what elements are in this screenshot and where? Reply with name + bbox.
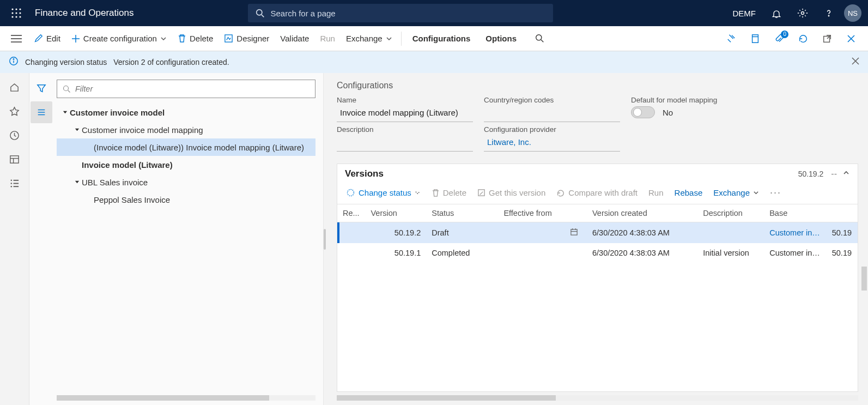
office-addin-icon[interactable]	[746, 29, 764, 48]
col-version[interactable]: Version	[365, 204, 426, 222]
refresh-icon[interactable]	[794, 29, 812, 48]
field-country: Country/region codes	[484, 96, 620, 122]
version-exchange-button[interactable]: Exchange	[709, 186, 763, 200]
tree-label: (Invoice model (Litware)) Invoice model …	[94, 143, 304, 152]
table-cell: 6/30/2020 4:38:03 AM	[587, 222, 697, 244]
svg-rect-46	[478, 190, 484, 196]
refresh-dotted-icon	[346, 188, 355, 197]
field-label: Name	[337, 96, 473, 104]
tree-node[interactable]: Customer invoice model mapping	[57, 121, 315, 138]
toggle-default-mapping[interactable]	[631, 106, 655, 118]
tree-node[interactable]: Customer invoice model	[57, 104, 315, 121]
tree-node[interactable]: UBL Sales invoice	[57, 173, 315, 191]
info-icon	[9, 56, 19, 68]
svg-point-9	[257, 9, 262, 15]
search-input[interactable]	[270, 9, 545, 18]
popout-icon[interactable]	[818, 29, 836, 48]
more-actions-icon[interactable]: ···	[766, 187, 786, 198]
legal-entity[interactable]: DEMF	[727, 9, 762, 18]
table-header-row: Re... Version Status Effective from Vers…	[337, 204, 858, 222]
tree-caret-icon[interactable]	[72, 127, 82, 133]
list-view-icon[interactable]	[31, 101, 52, 123]
change-status-label: Change status	[359, 188, 411, 197]
exchange-button[interactable]: Exchange	[341, 26, 398, 51]
tree-label: Peppol Sales Invoice	[94, 195, 170, 204]
create-config-label: Create configuration	[83, 34, 157, 43]
notifications-icon[interactable]	[766, 2, 787, 24]
recent-icon[interactable]	[2, 123, 27, 147]
svg-rect-37	[14, 179, 19, 180]
svg-point-1	[15, 8, 17, 10]
table-row[interactable]: 50.19.2Draft6/30/2020 4:38:03 AMCustomer…	[337, 222, 858, 244]
pin-icon[interactable]	[722, 29, 740, 48]
command-bar: Edit Create configuration Delete Designe…	[0, 26, 868, 51]
field-value-link[interactable]: Litware, Inc.	[484, 135, 620, 152]
svg-line-44	[68, 90, 70, 92]
field-default-mapping: Default for model mapping No	[631, 96, 762, 122]
svg-point-12	[828, 15, 829, 16]
home-icon[interactable]	[2, 75, 27, 99]
tree-node[interactable]: (Invoice model (Litware)) Invoice model …	[57, 138, 315, 156]
versions-current: 50.19.2	[798, 170, 824, 178]
global-search[interactable]	[248, 4, 553, 22]
tree-filter-input[interactable]	[75, 84, 309, 93]
attachments-icon[interactable]: 0	[770, 29, 788, 48]
svg-point-7	[15, 16, 17, 17]
designer-label: Designer	[236, 34, 269, 43]
change-status-button[interactable]: Change status	[342, 186, 425, 200]
find-button[interactable]	[524, 26, 550, 51]
rebase-button[interactable]: Rebase	[670, 186, 707, 200]
top-right-controls: DEMF NS	[727, 2, 862, 24]
detail-horizontal-scrollbar[interactable]	[337, 395, 858, 401]
app-launcher-icon[interactable]	[7, 3, 26, 23]
table-cell: 50.19.2	[365, 222, 426, 244]
favorites-icon[interactable]	[2, 99, 27, 123]
tree-toolbar	[29, 73, 53, 405]
delete-button[interactable]: Delete	[172, 26, 218, 51]
svg-point-5	[19, 12, 21, 14]
table-cell	[697, 222, 764, 244]
nav-toggle-icon[interactable]	[4, 26, 28, 51]
version-run-label: Run	[648, 188, 664, 197]
create-configuration-button[interactable]: Create configuration	[66, 26, 172, 51]
workspaces-icon[interactable]	[2, 147, 27, 171]
col-description[interactable]: Description	[697, 204, 764, 222]
calendar-icon[interactable]	[570, 228, 578, 238]
table-row[interactable]: 50.19.1Completed6/30/2020 4:38:03 AMInit…	[337, 243, 858, 263]
edit-button[interactable]: Edit	[28, 26, 66, 51]
tree-node[interactable]: Invoice model (Litware)	[57, 156, 315, 173]
detail-vertical-scrollbar[interactable]	[861, 267, 867, 291]
field-value[interactable]	[484, 106, 620, 122]
tree-caret-icon[interactable]	[60, 110, 70, 116]
tree-filter[interactable]	[57, 80, 315, 98]
col-status[interactable]: Status	[426, 204, 498, 222]
tree-label: Customer invoice model mapping	[82, 125, 203, 135]
modules-icon[interactable]	[2, 171, 27, 195]
col-effective[interactable]: Effective from	[498, 204, 587, 222]
tree-caret-icon[interactable]	[72, 179, 82, 185]
tree-horizontal-scrollbar[interactable]	[57, 395, 315, 401]
info-close-icon[interactable]	[852, 57, 859, 67]
collapse-icon[interactable]	[842, 169, 850, 179]
table-cell	[498, 243, 587, 263]
field-value[interactable]: Invoice model mapping (Litware)	[337, 106, 473, 122]
close-icon[interactable]	[842, 29, 860, 48]
svg-rect-31	[10, 155, 19, 162]
tab-configurations[interactable]: Configurations	[405, 34, 478, 43]
delete-label: Delete	[190, 34, 213, 43]
user-avatar[interactable]: NS	[844, 4, 861, 22]
field-value[interactable]	[337, 135, 473, 152]
col-created[interactable]: Version created	[587, 204, 697, 222]
validate-button[interactable]: Validate	[275, 26, 314, 51]
tab-options[interactable]: Options	[478, 34, 524, 43]
designer-icon	[224, 34, 233, 43]
designer-button[interactable]: Designer	[218, 26, 275, 51]
filter-icon[interactable]	[31, 77, 52, 99]
col-base[interactable]: Base	[764, 204, 827, 222]
tree-node[interactable]: Peppol Sales Invoice	[57, 191, 315, 208]
svg-point-0	[11, 8, 13, 10]
help-icon[interactable]	[818, 2, 840, 24]
table-cell[interactable]: Customer in…	[764, 222, 827, 244]
settings-icon[interactable]	[792, 2, 814, 24]
col-re[interactable]: Re...	[337, 204, 365, 222]
